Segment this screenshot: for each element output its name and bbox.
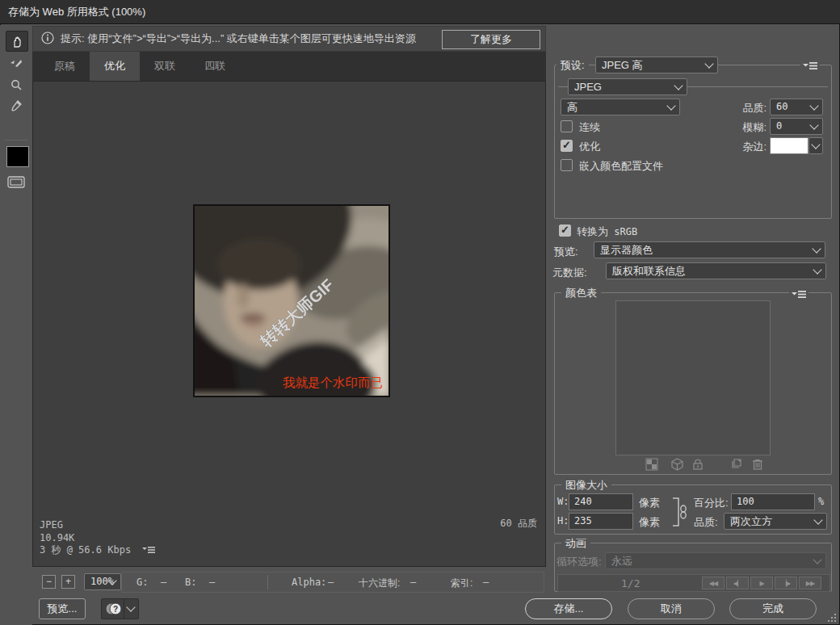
- resample-quality-select[interactable]: 两次立方: [724, 513, 827, 530]
- color-table-swatches[interactable]: [615, 300, 771, 455]
- browser-globe-icon: ?: [105, 602, 123, 619]
- quality-label: 品质:: [716, 101, 766, 115]
- animation-frame-bar: 1/2 ◀◀ ◀▏ ▶ ▕▶ ▶▶: [557, 574, 830, 592]
- resize-grip[interactable]: [828, 614, 836, 622]
- chevron-down-icon: [809, 101, 818, 110]
- quality-value-select[interactable]: 60: [770, 99, 823, 115]
- new-color-icon[interactable]: [730, 458, 742, 473]
- hand-tool-button[interactable]: [6, 31, 28, 52]
- metadata-select[interactable]: 版权和联系信息: [606, 262, 826, 279]
- tab-original[interactable]: 原稿: [40, 52, 90, 81]
- chevron-down-icon: [813, 515, 822, 524]
- last-frame-icon[interactable]: ▶▶: [799, 577, 821, 589]
- learn-more-button[interactable]: 了解更多: [442, 30, 540, 49]
- panel-menu-icon[interactable]: [800, 59, 820, 73]
- embed-profile-checkbox[interactable]: [561, 159, 573, 171]
- cancel-button[interactable]: 取消: [628, 598, 715, 619]
- save-for-web-dialog: 存储为 Web 所用格式 (100%) 提示: 使用“文件”>“导出”>“导出为…: [0, 0, 840, 625]
- preview-image[interactable]: 转转大师GIF 我就是个水印而已: [193, 204, 390, 397]
- delete-color-icon[interactable]: [752, 458, 763, 474]
- select-browser-button[interactable]: ?: [101, 598, 139, 619]
- optimized-checkbox[interactable]: [561, 140, 573, 152]
- slice-select-icon: [9, 57, 23, 70]
- blur-value-select[interactable]: 0: [770, 118, 823, 135]
- slice-select-tool-button[interactable]: [6, 54, 27, 73]
- eyedropper-color-swatch[interactable]: [6, 146, 29, 167]
- tab-4up[interactable]: 四联: [190, 52, 240, 81]
- first-frame-icon[interactable]: ◀◀: [702, 577, 724, 589]
- image-size-title: 图像大小: [561, 478, 611, 493]
- info-icon: [41, 31, 54, 47]
- tool-column: [0, 25, 32, 625]
- color-readout-panel: G: — B: — Alpha: — 十六进制: — 索引: —: [121, 572, 544, 593]
- toolbar-divider: [4, 140, 28, 141]
- matte-menu-button[interactable]: [808, 137, 823, 154]
- readout-alpha-value: —: [328, 577, 334, 588]
- compression-quality-select[interactable]: 高: [561, 99, 680, 115]
- chevron-down-icon: [704, 59, 713, 68]
- color-table-menu-icon[interactable]: [789, 287, 808, 302]
- height-unit: 像素: [639, 515, 660, 530]
- matte-label: 杂边:: [716, 140, 766, 154]
- eyedropper-tool-button[interactable]: [6, 96, 27, 115]
- matte-color-swatch[interactable]: [770, 137, 808, 154]
- readout-g-label: G:: [136, 577, 148, 588]
- tip-text: 提示: 使用“文件”>“导出”>“导出为...” 或右键单击某个图层可更快速地导…: [61, 31, 416, 46]
- preset-select[interactable]: JPEG 高: [595, 57, 718, 73]
- tab-optimized[interactable]: 优化: [90, 52, 140, 81]
- svg-text:?: ?: [113, 605, 118, 614]
- zoom-out-button[interactable]: −: [42, 575, 56, 589]
- zoom-tool-button[interactable]: [6, 75, 27, 94]
- zoom-in-button[interactable]: +: [61, 575, 75, 589]
- height-input[interactable]: 235: [569, 513, 633, 530]
- toggle-slices-visibility-button[interactable]: [6, 172, 27, 191]
- download-speed-menu-icon[interactable]: [142, 545, 155, 556]
- percent-input[interactable]: 100: [731, 493, 815, 510]
- preview-menu-select[interactable]: 显示器颜色: [594, 241, 825, 258]
- readout-b-label: B:: [185, 577, 196, 588]
- browser-menu-chevron[interactable]: [124, 599, 138, 619]
- done-button[interactable]: 完成: [729, 598, 817, 619]
- preview-in-browser-button[interactable]: 预览...: [39, 598, 86, 619]
- snap-to-web-palette-icon[interactable]: [645, 458, 658, 474]
- chevron-down-icon: [811, 140, 820, 149]
- readout-g-value: —: [161, 577, 166, 588]
- download-time-readout: 3 秒 @ 56.6 Kbps: [40, 543, 155, 557]
- readout-index-value: —: [483, 577, 489, 588]
- magnifier-icon: [10, 78, 23, 91]
- width-input[interactable]: 240: [569, 493, 633, 510]
- next-frame-icon[interactable]: ▕▶: [775, 577, 797, 589]
- image-size-group: 图像大小 W: 240 像素 H: 235 像素 百分比: 100 % 品质: …: [554, 484, 832, 535]
- readout-divider: [267, 575, 268, 589]
- width-label: W:: [557, 496, 569, 507]
- preset-group: 预设: JPEG 高 JPEG 高 品质: 60 连续 模糊: 0 优化 杂边:…: [554, 65, 832, 219]
- optimized-format-readout: JPEG: [40, 519, 63, 531]
- status-bar: − + 100% G: — B: — Alpha: — 十六进制: — 索引: …: [32, 569, 546, 595]
- tab-2up[interactable]: 双联: [140, 52, 190, 81]
- convert-srgb-checkbox[interactable]: [559, 224, 571, 237]
- hand-icon: [10, 35, 24, 48]
- preview-area[interactable]: 转转大师GIF 我就是个水印而已 JPEG 10.94K 3 秒 @ 56.6 …: [32, 81, 546, 567]
- preset-label: 预设:: [556, 58, 589, 73]
- blur-label: 模糊:: [716, 120, 766, 135]
- format-select[interactable]: JPEG: [568, 78, 687, 95]
- zoom-level-select[interactable]: 100%: [84, 573, 121, 590]
- dialog-title: 存储为 Web 所用格式 (100%): [0, 0, 840, 24]
- web-shift-cube-icon[interactable]: [670, 458, 684, 474]
- save-button[interactable]: 存储...: [525, 598, 612, 619]
- prev-frame-icon[interactable]: ◀▏: [726, 577, 749, 589]
- lock-color-icon[interactable]: [692, 458, 704, 474]
- readout-alpha-label: Alpha:: [292, 577, 326, 588]
- height-label: H:: [557, 515, 569, 526]
- loop-options-label: 循环选项:: [556, 555, 602, 569]
- readout-hex-label: 十六进制:: [359, 577, 400, 590]
- percent-label: 百分比:: [694, 496, 729, 510]
- width-unit: 像素: [639, 496, 660, 510]
- optimized-label: 优化: [579, 140, 600, 154]
- frame-counter: 1/2: [621, 577, 640, 589]
- play-icon[interactable]: ▶: [750, 577, 773, 589]
- chevron-down-icon: [812, 244, 821, 253]
- loop-options-select: 永远: [605, 552, 826, 569]
- quality-readout: 60 品质: [500, 517, 537, 531]
- progressive-checkbox[interactable]: [561, 120, 573, 132]
